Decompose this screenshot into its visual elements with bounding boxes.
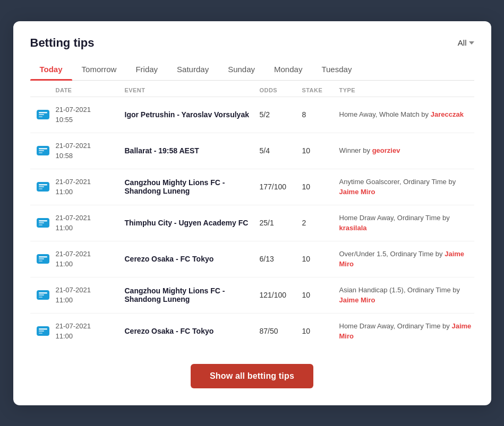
date-cell: 21-07-202111:00 [56,321,125,342]
event-cell: Cangzhou Mighty Lions FC - Shandong Lune… [125,178,260,195]
svg-rect-3 [39,116,42,117]
svg-rect-14 [39,222,44,223]
stake-cell: 2 [302,219,339,227]
chevron-down-icon [469,41,474,45]
show-all-button[interactable]: Show all betting tips [191,364,313,388]
date-cell: 21-07-202111:00 [56,249,125,269]
odds-cell: 6/13 [260,255,302,263]
table-row: 21-07-202111:00 Cerezo Osaka - FC Tokyo … [30,241,474,277]
col-icon [30,87,56,93]
all-dropdown[interactable]: All [458,38,474,47]
stake-cell: 10 [302,255,339,263]
svg-rect-25 [39,328,47,330]
card-title: Betting tips [30,36,95,50]
date-cell: 21-07-202111:00 [56,285,125,306]
svg-rect-10 [39,186,44,187]
svg-rect-15 [39,224,42,225]
ticket-icon-cell [30,143,56,158]
event-cell: Ballarat - 19:58 AEST [125,146,260,155]
tab-monday[interactable]: Monday [264,59,312,80]
svg-rect-21 [39,292,47,294]
author-name: Jaime Miro [339,322,472,341]
svg-rect-13 [39,220,47,222]
svg-rect-11 [39,188,42,189]
stake-cell: 10 [302,327,339,335]
table-row: 21-07-202110:55 Igor Petrushin - Yarosla… [30,97,474,133]
stake-cell: 10 [302,182,339,191]
table-row: 21-07-202110:58 Ballarat - 19:58 AEST 5/… [30,133,474,169]
tab-tuesday[interactable]: Tuesday [312,59,361,80]
event-cell: Cangzhou Mighty Lions FC - Shandong Lune… [125,286,260,303]
ticket-icon [36,288,50,302]
stake-cell: 10 [302,146,339,155]
svg-rect-1 [39,112,47,114]
author-name: Jarecczak [431,110,464,118]
type-cell: Home Draw Away, Ordinary Time by Jaime M… [339,321,474,342]
author-name: Jaime Miro [339,296,375,304]
svg-rect-19 [39,260,42,262]
svg-rect-23 [39,297,42,298]
card-header: Betting tips All [30,36,474,50]
event-cell: Cerezo Osaka - FC Tokyo [125,255,260,263]
odds-cell: 121/100 [260,291,302,299]
author-name: krasilala [339,224,367,232]
col-stake: STAKE [302,87,339,93]
author-name: Jaime Miro [339,188,375,196]
svg-rect-2 [39,114,44,115]
tab-friday[interactable]: Friday [126,59,167,80]
all-label: All [458,38,467,47]
tab-tomorrow[interactable]: Tomorrow [72,59,126,80]
svg-rect-5 [39,148,47,150]
tabs-bar: Today Tomorrow Friday Saturday Sunday Mo… [30,59,474,81]
ticket-icon [36,251,50,266]
event-cell: Thimphu City - Ugyen Academy FC [125,219,260,227]
event-cell: Cerezo Osaka - FC Tokyo [125,327,260,335]
table-header: DATE EVENT ODDS STAKE TYPE [30,82,474,97]
svg-rect-17 [39,256,47,258]
type-cell: Home Draw Away, Ordinary Time by krasila… [339,213,474,233]
tab-sunday[interactable]: Sunday [218,59,264,80]
stake-cell: 8 [302,110,339,119]
col-odds: ODDS [260,87,302,93]
table-row: 21-07-202111:00 Cangzhou Mighty Lions FC… [30,277,474,314]
show-button-wrapper: Show all betting tips [30,364,474,388]
col-event: EVENT [125,87,260,93]
table-row: 21-07-202111:00 Thimphu City - Ugyen Aca… [30,205,474,241]
tab-saturday[interactable]: Saturday [167,59,218,80]
ticket-icon-cell [30,215,56,230]
tab-today[interactable]: Today [30,59,72,80]
ticket-icon-cell [30,179,56,194]
odds-cell: 5/2 [260,110,302,119]
author-name: georziev [372,146,400,154]
date-cell: 21-07-202110:55 [56,105,125,125]
odds-cell: 25/1 [260,219,302,227]
type-cell: Home Away, Whole Match by Jarecczak [339,109,474,120]
event-cell: Igor Petrushin - Yaroslav Vorsulyak [125,110,260,119]
stake-cell: 10 [302,291,339,299]
svg-rect-7 [39,152,42,153]
col-date: DATE [56,87,125,93]
ticket-icon-cell [30,251,56,266]
ticket-icon-cell [30,107,56,122]
odds-cell: 87/50 [260,327,302,335]
svg-rect-18 [39,258,44,259]
type-cell: Anytime Goalscorer, Ordinary Time by Jai… [339,177,474,197]
ticket-icon-cell [30,288,56,302]
type-cell: Winner by georziev [339,145,474,156]
ticket-icon [36,143,50,158]
date-cell: 21-07-202111:00 [56,177,125,197]
ticket-icon [36,324,50,338]
table-body: 21-07-202110:55 Igor Petrushin - Yarosla… [30,97,474,349]
type-cell: Over/Under 1.5, Ordinary Time by Jaime M… [339,249,474,269]
odds-cell: 177/100 [260,182,302,191]
ticket-icon-cell [30,324,56,338]
ticket-icon [36,215,50,230]
col-type: TYPE [339,87,474,93]
betting-tips-card: Betting tips All Today Tomorrow Friday S… [13,21,491,405]
date-cell: 21-07-202111:00 [56,213,125,233]
svg-rect-9 [39,184,47,186]
date-cell: 21-07-202110:58 [56,141,125,161]
odds-cell: 5/4 [260,146,302,155]
ticket-icon [36,179,50,194]
svg-rect-27 [39,333,42,334]
